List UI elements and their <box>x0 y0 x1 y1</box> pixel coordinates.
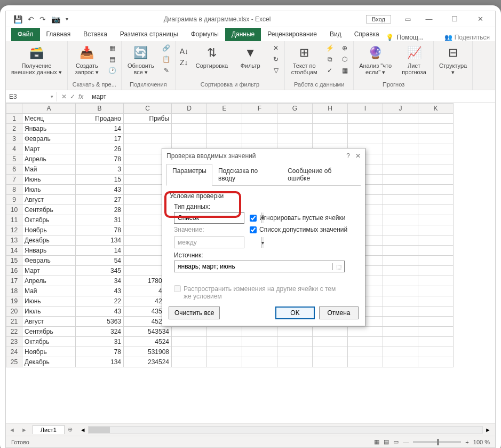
cell[interactable]: Ноябрь <box>22 347 76 357</box>
cell[interactable] <box>172 134 207 144</box>
tab-insert[interactable]: Вставка <box>77 28 114 41</box>
cell[interactable]: Декабрь <box>22 357 76 367</box>
col-header[interactable]: H <box>313 104 348 114</box>
col-header[interactable]: B <box>76 104 124 114</box>
cell[interactable] <box>207 347 242 357</box>
tab-review[interactable]: Рецензирование <box>261 28 323 41</box>
row-header[interactable]: 3 <box>6 134 22 144</box>
source-input[interactable] <box>174 263 332 270</box>
cell[interactable] <box>383 235 418 246</box>
cell[interactable] <box>418 235 454 246</box>
row-header[interactable]: 24 <box>6 347 22 357</box>
cell[interactable]: 345 <box>76 266 124 276</box>
cell[interactable] <box>418 225 454 235</box>
cell[interactable]: 34 <box>76 276 124 286</box>
cell[interactable] <box>418 286 454 296</box>
consolidate-button[interactable]: ⊕ <box>339 43 350 53</box>
cell[interactable] <box>383 215 418 225</box>
cell[interactable] <box>313 357 348 367</box>
col-header[interactable]: A <box>22 104 76 114</box>
cell[interactable] <box>242 347 277 357</box>
col-header[interactable]: K <box>418 104 454 114</box>
data-model-button[interactable]: ▦ <box>339 66 350 75</box>
cell[interactable] <box>383 296 418 306</box>
scroll-right-icon[interactable]: ► <box>485 427 491 433</box>
cell[interactable]: Ноябрь <box>22 225 76 235</box>
cell[interactable]: Май <box>22 286 76 296</box>
close-button[interactable]: ✕ <box>468 12 492 27</box>
cell[interactable]: 26 <box>76 144 124 154</box>
row-header[interactable]: 2 <box>6 124 22 134</box>
select-all[interactable] <box>6 104 22 114</box>
row-header[interactable]: 19 <box>6 296 22 306</box>
cell[interactable] <box>418 144 454 154</box>
cell[interactable]: 324 <box>76 327 124 337</box>
cell[interactable] <box>418 296 454 306</box>
cell[interactable]: 54 <box>76 256 124 266</box>
cell[interactable]: Январь <box>22 124 76 134</box>
cell[interactable] <box>383 337 418 347</box>
cell[interactable] <box>383 347 418 357</box>
cell[interactable]: 15 <box>76 175 124 185</box>
whatif-button[interactable]: 🔮Анализ "что если" ▾ <box>357 43 394 77</box>
cell[interactable] <box>242 357 277 367</box>
cell[interactable] <box>313 347 348 357</box>
camera-icon[interactable]: 📷 <box>51 15 60 23</box>
undo-icon[interactable]: ↶ <box>28 15 34 23</box>
edit-links-button[interactable]: ✎ <box>161 66 172 75</box>
reapply-button[interactable]: ↻ <box>271 54 281 64</box>
row-header[interactable]: 21 <box>6 317 22 327</box>
cell[interactable] <box>313 134 348 144</box>
cell[interactable] <box>242 134 277 144</box>
cell[interactable] <box>418 306 454 317</box>
cell[interactable]: 22 <box>76 296 124 306</box>
row-header[interactable]: 14 <box>6 246 22 256</box>
cell[interactable]: 543534 <box>124 327 172 337</box>
cell[interactable] <box>348 327 383 337</box>
cell[interactable] <box>383 205 418 215</box>
col-header[interactable]: J <box>383 104 418 114</box>
tell-me[interactable]: 💡Помощ... <box>386 34 429 41</box>
tab-home[interactable]: Главная <box>40 28 77 41</box>
cell[interactable]: Июнь <box>22 175 76 185</box>
cell[interactable] <box>172 327 207 337</box>
tab-help[interactable]: Справка <box>348 28 386 41</box>
view-page-icon[interactable]: ▤ <box>384 438 389 445</box>
ribbon-options-icon[interactable]: ▭ <box>401 15 415 23</box>
dialog-tab-input-msg[interactable]: Подсказка по вводу <box>212 164 282 186</box>
cell[interactable] <box>207 337 242 347</box>
row-header[interactable]: 11 <box>6 215 22 225</box>
cell[interactable]: Месяц <box>22 114 76 124</box>
cell[interactable] <box>242 327 277 337</box>
cell[interactable] <box>418 134 454 144</box>
cell[interactable] <box>313 327 348 337</box>
cell[interactable]: Октябрь <box>22 215 76 225</box>
cell[interactable] <box>418 246 454 256</box>
cell[interactable] <box>418 175 454 185</box>
cell[interactable] <box>418 154 454 164</box>
cell[interactable] <box>207 327 242 337</box>
hscroll[interactable]: ◄ ► <box>76 426 495 434</box>
col-header[interactable]: C <box>124 104 172 114</box>
row-header[interactable]: 18 <box>6 286 22 296</box>
cell[interactable] <box>418 266 454 276</box>
zoom-out-icon[interactable]: — <box>403 439 409 445</box>
cell[interactable]: Март <box>22 266 76 276</box>
text-to-columns-button[interactable]: ⊞Текст по столбцам <box>288 43 320 76</box>
cell[interactable] <box>418 337 454 347</box>
dialog-close-icon[interactable]: ✕ <box>355 152 361 160</box>
properties-button[interactable]: 📋 <box>161 54 172 64</box>
in-cell-dropdown-checkbox[interactable]: Список допустимых значений <box>250 226 347 233</box>
sheet-tab[interactable]: Лист1 <box>33 425 65 434</box>
cell[interactable] <box>383 246 418 256</box>
cell[interactable] <box>207 124 242 134</box>
row-header[interactable]: 20 <box>6 306 22 317</box>
type-input[interactable] <box>174 214 261 222</box>
get-external-data-button[interactable]: 🗃️Получение внешних данных ▾ <box>9 43 64 77</box>
cell[interactable]: Февраль <box>22 256 76 266</box>
zoom-slider[interactable] <box>413 441 461 443</box>
show-queries-button[interactable]: ▦ <box>107 43 118 53</box>
name-box[interactable]: E3▾ <box>6 92 57 101</box>
cell[interactable] <box>383 256 418 266</box>
cell[interactable]: Декабрь <box>22 235 76 246</box>
